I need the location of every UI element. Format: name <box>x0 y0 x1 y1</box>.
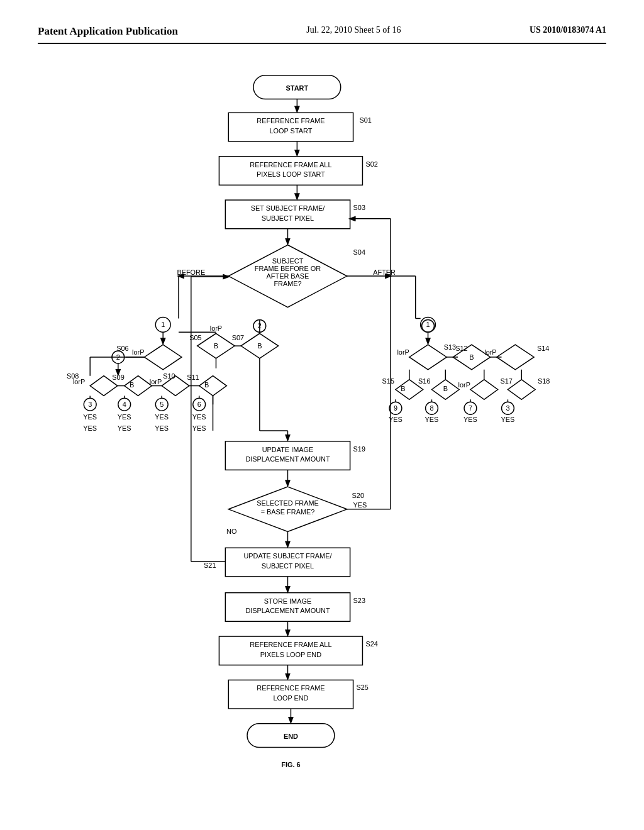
yes-left2-label: YES <box>118 424 131 432</box>
circle-1-left-label: 1 <box>161 321 165 328</box>
s19-label-line1: UPDATE IMAGE <box>262 446 313 453</box>
page-header: Patent Application Publication Jul. 22, … <box>38 25 606 44</box>
start-label: START <box>286 84 309 92</box>
s02-label-line2: PIXELS LOOP START <box>257 170 325 178</box>
s15-step: S15 <box>382 377 394 385</box>
yes-7-label: YES <box>464 416 477 423</box>
s06-lorp: lorP <box>132 348 144 356</box>
s25-step: S25 <box>357 683 369 691</box>
s03-label-line2: SUBJECT PIXEL <box>262 214 314 222</box>
s19-step: S19 <box>353 445 365 453</box>
s23-label-line2: DISPLACEMENT AMOUNT <box>245 607 330 614</box>
s17-node <box>470 380 498 400</box>
circle-7-label: 7 <box>469 404 472 412</box>
circle-3-s18-label: 3 <box>506 404 509 412</box>
circle-4-s09-label: 4 <box>123 401 126 408</box>
s06-node <box>144 345 181 370</box>
s13-step: S13 <box>444 343 456 351</box>
s03-step: S03 <box>353 204 365 211</box>
s04-step: S04 <box>353 248 365 256</box>
s02-label-line1: REFERENCE FRAME ALL <box>250 161 331 169</box>
s05-b-label: B <box>214 342 218 350</box>
s20-yes-label: YES <box>353 501 367 509</box>
header-patent-number: US 2010/0183074 A1 <box>530 25 606 35</box>
update-subject-line2: SUBJECT PIXEL <box>262 562 314 570</box>
s23-label-line1: STORE IMAGE <box>264 597 311 605</box>
yes-4-label: YES <box>118 413 131 421</box>
yes-left4-label: YES <box>192 424 206 432</box>
s03-label-line1: SET SUBJECT FRAME/ <box>251 204 326 212</box>
s04-before-label: BEFORE <box>177 268 205 276</box>
s01-step: S01 <box>359 116 371 124</box>
s25-label-line2: LOOP END <box>273 694 308 702</box>
yes-8-label: YES <box>425 416 439 423</box>
s01-label-line1: REFERENCE FRAME <box>257 117 325 124</box>
s14-step: S14 <box>537 345 549 352</box>
s16-b: B <box>443 385 448 392</box>
yes-5-label: YES <box>155 413 169 421</box>
s09-node <box>125 376 152 396</box>
s09-step: S09 <box>112 374 124 381</box>
s20-label-line1: SELECTED FRAME <box>257 499 319 507</box>
yes-left-label: YES <box>83 424 97 432</box>
header-publication-label: Patent Application Publication <box>38 25 178 38</box>
s05-lorp-above: lorP <box>210 324 222 332</box>
s10-step: S10 <box>163 372 175 380</box>
s20-step: S20 <box>352 492 364 499</box>
flowchart-diagram: START REFERENCE FRAME LOOP START S01 REF… <box>38 63 606 786</box>
s04-label-line1: SUBJECT <box>272 257 304 265</box>
s04-label-line3: AFTER BASE <box>267 272 309 280</box>
s10-lorp: lorP <box>150 378 162 385</box>
s20-no-label: NO <box>226 528 236 535</box>
circle-8-label: 8 <box>430 404 433 412</box>
s24-label-line2: PIXELS LOOP END <box>260 651 321 658</box>
s11-b: B <box>204 382 209 389</box>
s17-lorp: lorP <box>458 382 470 389</box>
s04-after-label: AFTER <box>373 268 396 276</box>
s02-step: S02 <box>365 160 377 168</box>
circle-3-s08-label: 3 <box>88 401 92 408</box>
fig-label: FIG. 6 <box>281 761 300 768</box>
page: Patent Application Publication Jul. 22, … <box>0 0 644 830</box>
s15-b: B <box>401 385 405 392</box>
circle-1-right-label: 1 <box>426 321 430 328</box>
s19-label-line2: DISPLACEMENT AMOUNT <box>245 455 330 463</box>
s21-step: S21 <box>204 562 216 569</box>
s11-node <box>199 376 227 396</box>
flowchart-svg: START REFERENCE FRAME LOOP START S01 REF… <box>38 63 606 786</box>
s04-label-line4: FRAME? <box>274 280 301 287</box>
s07-b-label: B <box>257 342 262 350</box>
yes-left3-label: YES <box>155 424 169 432</box>
yes-3-label: YES <box>83 413 97 421</box>
s12-lorp: lorP <box>397 348 409 356</box>
yes-3-s18-label: YES <box>501 416 515 423</box>
s11-step: S11 <box>187 374 199 381</box>
s04-label-line2: FRAME BEFORE OR <box>255 265 321 272</box>
circle-6-s11-label: 6 <box>197 401 201 408</box>
s25-label-line1: REFERENCE FRAME <box>257 684 325 692</box>
end-label: END <box>284 733 298 740</box>
s14-node <box>497 345 534 370</box>
s24-label-line1: REFERENCE FRAME ALL <box>250 641 331 648</box>
s16-step: S16 <box>418 377 430 385</box>
s01-label-line2: LOOP START <box>270 127 313 135</box>
header-date-sheet: Jul. 22, 2010 Sheet 5 of 16 <box>306 25 401 35</box>
s18-step: S18 <box>538 377 550 385</box>
s24-step: S24 <box>365 640 377 648</box>
update-subject-line1: UPDATE SUBJECT FRAME/ <box>243 552 332 560</box>
s09-b: B <box>130 382 134 389</box>
s14-lorp: lorP <box>484 348 496 356</box>
s17-step: S17 <box>501 377 513 385</box>
s13-b: B <box>469 353 474 361</box>
circle-9-label: 9 <box>394 404 397 412</box>
s23-step: S23 <box>353 597 365 604</box>
s12-node <box>409 345 447 370</box>
s08-step: S08 <box>67 372 79 380</box>
yes-6-label: YES <box>192 413 206 421</box>
s07-step: S07 <box>232 334 244 341</box>
s20-label-line2: = BASE FRAME? <box>261 508 315 516</box>
circle-5-s10-label: 5 <box>160 401 164 408</box>
